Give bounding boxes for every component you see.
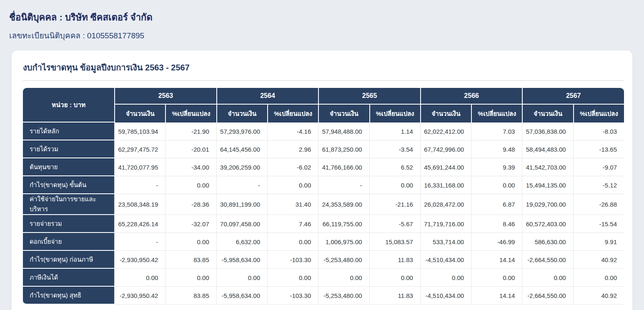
amount-cell: 70,097,458.00 [216,215,267,233]
amount-cell: 0.00 [114,269,165,287]
amount-cell: 533,714.00 [420,233,471,251]
amount-cell: 24,353,589.00 [318,194,369,215]
change-cell: -34.00 [165,158,216,176]
amount-cell: 61,873,250.00 [318,140,369,158]
row-label: กำไร(ขาดทุน) ขั้นต้น [23,176,114,194]
change-cell: -103.30 [267,251,318,269]
subheader-change: %เปลี่ยนแปลง [573,105,624,122]
card-title: งบกำไรขาดทุน ข้อมูลปีงบการเงิน 2563 - 25… [23,61,624,74]
subheader-change: %เปลี่ยนแปลง [471,105,522,122]
amount-cell: -5,253,480.00 [318,251,369,269]
amount-cell: 41,542,703.00 [522,158,573,176]
change-cell: 0.00 [369,269,420,287]
table-row: รายจ่ายรวม65,228,426.14-32.0770,097,458.… [23,215,624,233]
change-cell: 0.00 [471,176,522,194]
statement-card: งบกำไรขาดทุน ข้อมูลปีงบการเงิน 2563 - 25… [12,50,632,310]
change-cell: -20.01 [165,140,216,158]
change-cell: -8.03 [573,122,624,140]
unit-header: หน่วย : บาท [23,88,114,122]
amount-cell: 1,006,975.00 [318,233,369,251]
amount-cell: 0.00 [420,269,471,287]
change-cell: -3.54 [369,140,420,158]
change-cell: -28.36 [165,194,216,215]
change-cell: -9.07 [573,158,624,176]
amount-cell: -5,958,634.00 [216,251,267,269]
amount-cell: - [318,176,369,194]
amount-cell: 15,494,135.00 [522,176,573,194]
change-cell: 15,083.57 [369,233,420,251]
year-header-2566: 2566 [420,88,522,105]
table-row: ภาษีเงินได้0.000.000.000.000.000.000.000… [23,269,624,287]
subheader-change: %เปลี่ยนแปลง [369,105,420,122]
change-cell: 83.85 [165,287,216,305]
amount-cell: 64,145,456.00 [216,140,267,158]
row-label: ค่าใช้จ่ายในการขายและบริหาร [23,194,114,215]
subheader-amount: จำนวนเงิน [522,105,573,122]
table-row: รายได้รวม62,297,475.72-20.0164,145,456.0… [23,140,624,158]
change-cell: 9.39 [471,158,522,176]
change-cell: 8.46 [471,215,522,233]
amount-cell: 26,028,472.00 [420,194,471,215]
change-cell: 0.00 [165,269,216,287]
subheader-change: %เปลี่ยนแปลง [267,105,318,122]
amount-cell: 39,206,259.00 [216,158,267,176]
subheader-amount: จำนวนเงิน [420,105,471,122]
row-label: รายจ่ายรวม [23,215,114,233]
change-cell: -6.02 [267,158,318,176]
amount-cell: 45,691,244.00 [420,158,471,176]
amount-cell: 65,228,426.14 [114,215,165,233]
change-cell: 9.48 [471,140,522,158]
amount-cell: 58,494,483.00 [522,140,573,158]
change-cell: -21.90 [165,122,216,140]
amount-cell: -2,930,950.42 [114,287,165,305]
change-cell: 7.46 [267,215,318,233]
amount-cell: -5,958,634.00 [216,287,267,305]
row-label: ภาษีเงินได้ [23,269,114,287]
title-divider [23,80,624,81]
change-cell: -5.12 [573,176,624,194]
amount-cell: 62,022,412.00 [420,122,471,140]
change-cell: 0.00 [573,269,624,287]
amount-cell: 30,891,199.00 [216,194,267,215]
change-cell: -15.54 [573,215,624,233]
amount-cell: 41,720,077.95 [114,158,165,176]
change-cell: 0.00 [267,233,318,251]
amount-cell: 16,331,168.00 [420,176,471,194]
amount-cell: -2,664,550.00 [522,287,573,305]
amount-cell: -5,253,480.00 [318,287,369,305]
company-header: ชื่อนิติบุคคล : บริษัท ซีคสเตอร์ จำกัด เ… [0,0,644,42]
change-cell: 40.92 [573,251,624,269]
page-root: ชื่อนิติบุคคล : บริษัท ซีคสเตอร์ จำกัด เ… [0,0,644,310]
change-cell: 9.91 [573,233,624,251]
change-cell: 6.52 [369,158,420,176]
amount-cell: 0.00 [318,269,369,287]
subheader-amount: จำนวนเงิน [216,105,267,122]
table-row: กำไร(ขาดทุน) ก่อนภาษี-2,930,950.4283.85-… [23,251,624,269]
change-cell: -4.16 [267,122,318,140]
table-row: ดอกเบี้ยจ่าย-0.006,632.000.001,006,975.0… [23,233,624,251]
change-cell: 83.85 [165,251,216,269]
amount-cell: 60,572,403.00 [522,215,573,233]
year-header-2563: 2563 [114,88,216,105]
subheader-amount: จำนวนเงิน [318,105,369,122]
change-cell: 1.14 [369,122,420,140]
amount-cell: 0.00 [216,269,267,287]
table-row: ค่าใช้จ่ายในการขายและบริหาร23,508,348.19… [23,194,624,215]
company-name: ชื่อนิติบุคคล : บริษัท ซีคสเตอร์ จำกัด [9,10,644,25]
amount-cell: 6,632.00 [216,233,267,251]
year-header-2565: 2565 [318,88,420,105]
change-cell: -13.65 [573,140,624,158]
amount-cell: 0.00 [522,269,573,287]
change-cell: 2.96 [267,140,318,158]
table-row: กำไร(ขาดทุน) สุทธิ-2,930,950.4283.85-5,9… [23,287,624,305]
amount-cell: -2,930,950.42 [114,251,165,269]
change-cell: 11.83 [369,251,420,269]
change-cell: -46.99 [471,233,522,251]
table-head: หน่วย : บาท 25632564256525662567 จำนวนเง… [23,88,624,122]
change-cell: 40.92 [573,287,624,305]
amount-cell: 19,029,700.00 [522,194,573,215]
amount-cell: 67,742,996.00 [420,140,471,158]
row-label: ต้นทุนขาย [23,158,114,176]
amount-cell: -4,510,434.00 [420,251,471,269]
table-row: รายได้หลัก59,785,103.94-21.9057,293,976.… [23,122,624,140]
